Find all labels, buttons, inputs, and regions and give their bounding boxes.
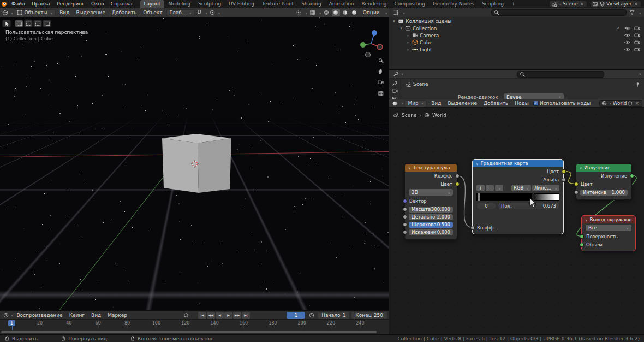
param-slider[interactable]: Детально2.000: [409, 214, 453, 221]
hide-in-viewport-toggle[interactable]: [624, 39, 630, 45]
scene-tab-icon[interactable]: [391, 96, 399, 99]
timeline-track[interactable]: 20406080100120140160180200220240 1: [0, 319, 389, 334]
editor-type-outliner-icon[interactable]: [392, 9, 400, 16]
socket-color-output[interactable]: [455, 182, 460, 186]
workspace-tab[interactable]: Sculpting: [194, 0, 225, 8]
shader-type-dropdown[interactable]: Мир ∨: [404, 100, 427, 107]
play-reverse-button[interactable]: ◀: [216, 312, 224, 319]
camera-view-icon[interactable]: [377, 79, 385, 86]
use-preview-range-icon[interactable]: [307, 311, 315, 319]
param-slider[interactable]: Масшта300.000: [409, 207, 453, 213]
jump-start-button[interactable]: |◀: [198, 312, 206, 319]
gradient-bar[interactable]: [476, 193, 559, 201]
editor-type-properties-icon[interactable]: [392, 70, 400, 78]
editor-type-shader-icon[interactable]: [391, 100, 399, 107]
fake-user-shield-icon[interactable]: [628, 101, 633, 106]
strength-slider[interactable]: Интенсив 1.000: [580, 190, 628, 196]
blender-logo-icon[interactable]: [0, 1, 8, 8]
node-noise-texture[interactable]: ∨ Текстура шума Коэфф. Цвет 3D ∨ Вектор …: [404, 163, 457, 240]
workspace-tab[interactable]: Layout: [140, 0, 165, 8]
node-header[interactable]: ∨ Текстура шума: [405, 164, 457, 172]
render-tab-icon[interactable]: [391, 88, 399, 94]
select-box-extend-button[interactable]: [24, 20, 33, 27]
add-workspace-button[interactable]: +: [508, 0, 520, 8]
jump-end-button[interactable]: ▶|: [242, 312, 250, 319]
output-target-dropdown[interactable]: Все ∨: [586, 225, 631, 231]
select-box-new-button[interactable]: [15, 20, 23, 27]
socket-surface-input[interactable]: [580, 234, 584, 239]
node-header[interactable]: ∨ Излучение: [576, 164, 631, 172]
workspace-tab[interactable]: Geometry Nodes: [429, 0, 478, 8]
disable-in-render-toggle[interactable]: [634, 39, 640, 45]
viewport-menu-item[interactable]: Добавить: [109, 10, 140, 15]
disable-in-render-toggle[interactable]: [634, 46, 640, 52]
tool-tab-icon[interactable]: [391, 80, 399, 86]
node-emission[interactable]: ∨ Излучение Излучение Цвет Интенсив 1.00…: [576, 163, 632, 200]
viewport-menu-item[interactable]: Вид: [56, 10, 73, 15]
outliner-row[interactable]: ▸Light: [389, 46, 644, 53]
timeline-scrollbar[interactable]: [1, 331, 377, 333]
node-color-ramp[interactable]: ∨ Градиентная карта Цвет Альфа + − ∨ RGB…: [472, 159, 564, 234]
end-frame-field[interactable]: Конец 250: [351, 312, 387, 319]
gradient-stop-black[interactable]: [478, 193, 480, 201]
properties-search[interactable]: [517, 71, 604, 78]
socket-fac-output[interactable]: [455, 174, 460, 178]
snap-magnet-icon[interactable]: [195, 9, 204, 16]
select-box-intersect-button[interactable]: [43, 20, 51, 27]
remove-viewlayer-button[interactable]: ×: [633, 1, 639, 7]
transform-orientation-dropdown[interactable]: Глоб... ∨: [166, 9, 195, 16]
hide-in-viewport-toggle[interactable]: [624, 46, 630, 52]
socket-volume-input[interactable]: [580, 243, 584, 247]
gizmos-toggle-icon[interactable]: [295, 9, 303, 16]
socket-value-input[interactable]: [403, 215, 407, 219]
filter-icon[interactable]: [628, 9, 636, 16]
viewport-menu-item[interactable]: Объект: [140, 10, 165, 15]
node-header[interactable]: ∨ Градиентная карта: [473, 160, 563, 167]
node-header[interactable]: ∨ Вывод окружающе...: [582, 216, 635, 223]
outliner-row[interactable]: ▸Cube: [389, 39, 644, 46]
overlays-toggle-icon[interactable]: [308, 9, 317, 16]
noise-dimensions-dropdown[interactable]: 3D ∨: [409, 189, 453, 196]
shader-menu-item[interactable]: Вид: [428, 101, 444, 106]
editor-type-timeline-icon[interactable]: [2, 311, 10, 319]
interpolation-dropdown[interactable]: Лине... ∨: [532, 185, 559, 191]
socket-strength-input[interactable]: [574, 190, 579, 194]
disable-in-render-toggle[interactable]: [634, 32, 640, 38]
disclosure-triangle-icon[interactable]: ▾: [392, 19, 396, 23]
outliner-row[interactable]: ▸Camera: [389, 32, 644, 39]
select-box-subtract-button[interactable]: [33, 20, 42, 27]
socket-vector-input[interactable]: [403, 199, 407, 203]
socket-alpha-output[interactable]: [562, 178, 566, 182]
orthographic-toggle-icon[interactable]: [377, 90, 385, 97]
mode-dropdown[interactable]: Объекты ∨: [14, 9, 56, 16]
outliner-row[interactable]: ▾Collection✓: [389, 25, 644, 32]
workspace-tab[interactable]: Texture Paint: [258, 0, 297, 8]
unlink-world-button[interactable]: ×: [634, 101, 640, 106]
shading-rendered-button[interactable]: [350, 9, 359, 16]
unlink-scene-button[interactable]: ×: [579, 1, 585, 7]
auto-keying-icon[interactable]: [182, 311, 190, 319]
collapse-node-icon[interactable]: ∨: [408, 166, 410, 170]
workspace-tab[interactable]: Rendering: [358, 0, 391, 8]
editor-type-3d-icon[interactable]: [1, 9, 9, 16]
disclosure-triangle-icon[interactable]: ▾: [399, 26, 403, 31]
pan-hand-icon[interactable]: [377, 68, 385, 75]
timeline-menu-item[interactable]: Кеинг: [66, 312, 88, 318]
topbar-menu-item[interactable]: Окно: [88, 1, 108, 7]
node-world-output[interactable]: ∨ Вывод окружающе... Все ∨ Поверхность О…: [581, 215, 636, 251]
socket-fac-input[interactable]: [470, 226, 475, 230]
disable-in-render-toggle[interactable]: [634, 25, 640, 31]
options-menu[interactable]: Опции: [360, 10, 383, 15]
topbar-menu-item[interactable]: Правка: [28, 1, 53, 7]
world-datablock-selector[interactable]: ∨ World ×: [599, 100, 642, 107]
workspace-tab[interactable]: Compositing: [391, 0, 429, 8]
tweak-tool-button[interactable]: [2, 20, 11, 27]
start-frame-field[interactable]: Начало 1: [318, 312, 349, 319]
stop-index-field[interactable]: 0: [476, 203, 496, 209]
hide-in-viewport-toggle[interactable]: [624, 25, 630, 31]
socket-value-input[interactable]: [403, 230, 407, 234]
viewlayer-selector[interactable]: ViewLayer ×: [590, 1, 641, 7]
topbar-menu-item[interactable]: Справка: [108, 1, 136, 7]
scene-selector[interactable]: ∨ Scene ×: [549, 1, 587, 7]
timeline-menu-item[interactable]: Воспроизведение: [13, 312, 65, 318]
